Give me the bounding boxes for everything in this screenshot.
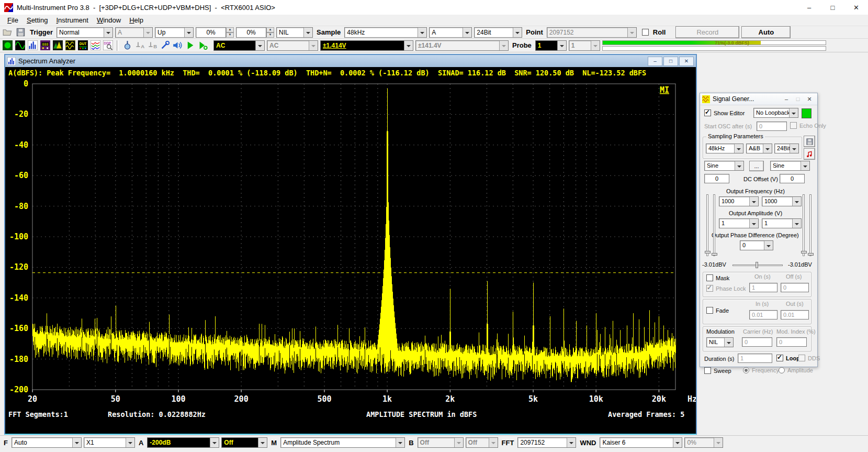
loop-checkbox[interactable]: Loop [776, 355, 800, 361]
chevron-down-icon[interactable] [104, 28, 112, 37]
chevron-down-icon[interactable] [789, 108, 798, 117]
chevron-down-icon[interactable] [764, 241, 773, 250]
spin-up-icon[interactable]: ▲ [226, 27, 234, 32]
chevron-down-icon[interactable] [396, 438, 404, 447]
modulation-select[interactable]: NIL [706, 337, 734, 347]
show-editor-checkbox[interactable]: Show Editor [704, 109, 745, 116]
chevron-down-icon[interactable] [255, 41, 264, 50]
chevron-down-icon[interactable] [567, 438, 576, 447]
menu-help[interactable]: Help [125, 16, 148, 25]
siggen-minimize-button[interactable]: – [781, 96, 792, 102]
sound-device-icon[interactable] [172, 40, 183, 51]
chevron-down-icon[interactable] [404, 41, 413, 50]
dc-offset-b-stepper[interactable]: 0▲▼ [780, 174, 787, 184]
close-button[interactable]: ✕ [844, 0, 868, 15]
menu-window[interactable]: Window [93, 16, 125, 25]
sample-bits-select[interactable]: 24Bit [474, 27, 522, 38]
run-loop-icon[interactable] [197, 40, 208, 51]
balance-slider-handle[interactable] [756, 262, 758, 268]
fft-size-select[interactable]: 2097152 [517, 437, 576, 448]
frequency-b-select[interactable]: 1000 [762, 196, 802, 206]
trigger-level-stepper[interactable]: 0%▲▼ [196, 27, 234, 38]
amplitude-a-select[interactable]: 1 [719, 218, 759, 228]
hpf-select[interactable]: NIL [276, 27, 313, 38]
chevron-down-icon[interactable] [72, 438, 81, 447]
chevron-down-icon[interactable] [126, 438, 134, 447]
minimize-button[interactable]: – [797, 0, 821, 15]
trigger-delay-stepper[interactable]: 0%▲▼ [236, 27, 274, 38]
ground-a-icon[interactable]: A [134, 40, 145, 51]
frequency-a-select[interactable]: 1000 [719, 196, 759, 206]
siggen-close-button[interactable]: ✕ [804, 96, 815, 103]
signal-generator-icon[interactable] [65, 40, 76, 51]
amplitude-b-select[interactable]: 1 [762, 218, 802, 228]
open-icon[interactable] [2, 27, 13, 38]
spectrum-maximize-button[interactable]: □ [663, 57, 678, 66]
save-waveform-button[interactable] [804, 136, 815, 147]
amplitude-b-fine-slider[interactable] [803, 194, 805, 256]
maximize-button[interactable]: □ [821, 0, 844, 15]
ground-b-icon[interactable]: B [147, 40, 158, 51]
generator-run-button[interactable] [802, 108, 811, 118]
chevron-down-icon[interactable] [792, 219, 801, 228]
input-probe-icon[interactable] [122, 40, 133, 51]
sample-channel-select[interactable]: A [429, 27, 472, 38]
menu-setting[interactable]: Setting [22, 16, 52, 25]
chevron-down-icon[interactable] [184, 28, 193, 37]
a-ref-select[interactable]: Off [221, 437, 267, 448]
display-mode-select[interactable]: Amplitude Spectrum [280, 437, 405, 448]
run-icon[interactable] [185, 40, 196, 51]
chevron-down-icon[interactable] [749, 219, 758, 228]
multimeter-icon[interactable]: 888 [40, 40, 51, 51]
roll-checkbox[interactable]: Roll [642, 28, 668, 36]
trigger-mode-select[interactable]: Normal [57, 27, 113, 38]
menu-file[interactable]: File [3, 16, 22, 25]
window-function-select[interactable]: Kaiser 6 [600, 437, 682, 448]
slider-handle[interactable] [705, 251, 711, 253]
sweep-checkbox[interactable]: Sweep [704, 367, 731, 374]
sg-channels-select[interactable]: A&B [746, 144, 772, 153]
coupling-a-select[interactable]: AC [213, 40, 265, 51]
x-multiplier-select[interactable]: X1 [84, 437, 135, 448]
chevron-down-icon[interactable] [724, 338, 733, 347]
chevron-down-icon[interactable] [790, 144, 798, 153]
waveform-b-select[interactable]: Sine [770, 161, 810, 171]
waveform-a-select[interactable]: Sine [704, 161, 744, 171]
data-logger-icon[interactable] [90, 40, 101, 51]
slider-handle[interactable] [808, 253, 814, 256]
amplitude-a-fine-slider[interactable] [713, 194, 715, 256]
save-icon[interactable] [15, 27, 26, 38]
spin-down-icon[interactable]: ▼ [266, 32, 274, 38]
spectrum-analyzer-icon[interactable] [27, 40, 38, 51]
trigger-edge-select[interactable]: Up [155, 27, 194, 38]
ddp-viewer-icon[interactable]: DDP [103, 40, 114, 51]
mask-checkbox[interactable]: Mask [706, 274, 729, 281]
slider-handle[interactable] [712, 253, 717, 256]
chevron-down-icon[interactable] [513, 28, 522, 37]
chevron-down-icon[interactable] [673, 438, 682, 447]
range-a-select[interactable]: ±1.414V [320, 40, 413, 51]
spectrum-3d-plot-icon[interactable] [52, 40, 63, 51]
spectrum-analyzer-titlebar[interactable]: Spectrum Analyzer – □ ✕ [5, 55, 696, 67]
device-test-plan-icon[interactable]: DUT [77, 40, 88, 51]
signal-generator-titlebar[interactable]: Signal Gener... – □ ✕ [700, 93, 817, 105]
chevron-down-icon[interactable] [792, 197, 801, 206]
amplitude-b-slider[interactable] [809, 194, 811, 256]
spin-down-icon[interactable]: ▼ [226, 32, 234, 38]
record-indicator-icon[interactable] [2, 40, 13, 51]
sample-rate-select[interactable]: 48kHz [344, 27, 427, 38]
dc-offset-a-stepper[interactable]: 0▲▼ [704, 174, 712, 184]
music-note-button[interactable] [804, 148, 815, 160]
calibration-icon[interactable] [160, 40, 171, 51]
more-options-button[interactable]: ... [749, 161, 764, 171]
chevron-down-icon[interactable] [557, 41, 566, 50]
chevron-down-icon[interactable] [210, 438, 219, 447]
fade-checkbox[interactable]: Fade [706, 307, 729, 314]
chevron-down-icon[interactable] [749, 197, 758, 206]
amplitude-a-slider[interactable] [706, 194, 708, 256]
a-range-select[interactable]: -200dB [147, 437, 219, 448]
chevron-down-icon[interactable] [734, 144, 743, 153]
oscilloscope-icon[interactable] [15, 40, 26, 51]
probe-a-select[interactable]: 1 [535, 40, 567, 51]
chevron-down-icon[interactable] [735, 161, 743, 170]
